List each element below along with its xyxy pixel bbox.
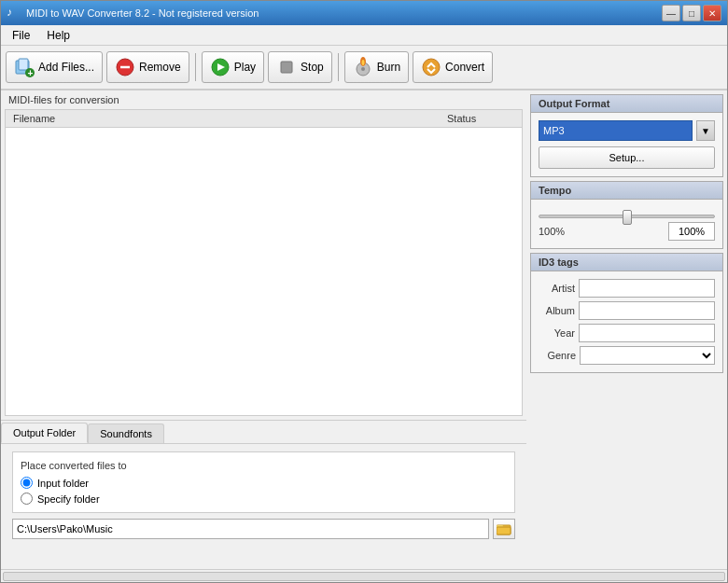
- svg-point-10: [361, 67, 365, 71]
- place-label: Place converted files to: [21, 460, 507, 471]
- bottom-scrollbar-track[interactable]: [3, 572, 725, 581]
- format-dropdown-arrow[interactable]: ▼: [696, 120, 715, 141]
- add-files-label: Add Files...: [38, 61, 94, 74]
- add-files-icon: +: [14, 57, 35, 77]
- menu-file[interactable]: File: [5, 27, 37, 44]
- menu-help[interactable]: Help: [39, 27, 77, 44]
- title-buttons: — □ ✕: [662, 5, 721, 21]
- convert-icon: [421, 57, 441, 77]
- id3-genre-select[interactable]: Blues Classical Country Jazz Pop Rock: [580, 346, 715, 365]
- tempo-values: 100%: [539, 222, 715, 241]
- tempo-group: Tempo 100%: [530, 181, 723, 249]
- stop-icon: [276, 57, 297, 77]
- title-bar: ♪ MIDI to WAV Converter 8.2 - Not regist…: [1, 1, 727, 25]
- play-label: Play: [234, 61, 256, 74]
- title-bar-left: ♪ MIDI to WAV Converter 8.2 - Not regist…: [7, 6, 259, 21]
- svg-text:+: +: [28, 68, 34, 77]
- tempo-content: 100%: [531, 200, 722, 248]
- stop-label: Stop: [301, 61, 324, 74]
- maximize-button[interactable]: □: [682, 5, 701, 21]
- id3-artist-label: Artist: [539, 283, 575, 294]
- right-panel: Output Format MP3 WAV OGG FLAC ▼ Setup..…: [526, 90, 727, 569]
- tabs-header: Output Folder Soundfonts: [1, 421, 526, 444]
- id3-year-row: Year: [539, 324, 715, 342]
- tab-output-folder[interactable]: Output Folder: [1, 423, 88, 443]
- tempo-right-input[interactable]: [668, 222, 715, 241]
- play-icon: [210, 57, 231, 77]
- id3-tags-title: ID3 tags: [531, 254, 722, 271]
- svg-rect-8: [281, 62, 292, 73]
- content-area: MIDI-files for conversion Filename Statu…: [1, 90, 727, 569]
- tab-output-folder-content: Place converted files to Input folder Sp…: [1, 444, 526, 569]
- format-dropdown-row: MP3 WAV OGG FLAC ▼: [539, 120, 715, 141]
- output-format-title: Output Format: [531, 95, 722, 113]
- close-button[interactable]: ✕: [703, 5, 721, 21]
- window-title: MIDI to WAV Converter 8.2 - Not register…: [26, 7, 259, 19]
- output-format-content: MP3 WAV OGG FLAC ▼ Setup...: [531, 113, 722, 176]
- folder-input-row: [12, 519, 515, 539]
- file-list-header: Filename Status: [6, 110, 522, 128]
- tempo-slider-track[interactable]: [539, 215, 715, 218]
- burn-icon: [353, 57, 373, 77]
- svg-rect-1: [19, 59, 28, 70]
- radio-group: Input folder Specify folder: [21, 477, 507, 505]
- burn-button[interactable]: Burn: [344, 51, 409, 83]
- files-section-label: MIDI-files for conversion: [1, 90, 526, 109]
- id3-album-label: Album: [539, 305, 575, 316]
- convert-button[interactable]: Convert: [413, 51, 493, 83]
- left-panel: MIDI-files for conversion Filename Statu…: [1, 90, 526, 569]
- output-format-group: Output Format MP3 WAV OGG FLAC ▼ Setup..…: [530, 94, 723, 177]
- id3-genre-row: Genre Blues Classical Country Jazz Pop R…: [539, 346, 715, 365]
- id3-artist-row: Artist: [539, 279, 715, 298]
- minimize-button[interactable]: —: [662, 5, 680, 21]
- tempo-left-value: 100%: [539, 226, 565, 237]
- file-list[interactable]: Filename Status: [5, 109, 523, 416]
- svg-rect-16: [497, 527, 511, 534]
- browse-folder-button[interactable]: [493, 519, 515, 539]
- convert-label: Convert: [445, 61, 484, 74]
- menu-bar: File Help: [1, 25, 727, 46]
- bottom-scrollbar-area: [1, 569, 727, 582]
- id3-tags-group: ID3 tags Artist Album Year: [530, 253, 723, 373]
- bottom-tabs-area: Output Folder Soundfonts Place converted…: [1, 420, 526, 569]
- tempo-title: Tempo: [531, 182, 722, 200]
- separator-1: [195, 53, 196, 81]
- radio-input-folder[interactable]: Input folder: [21, 477, 507, 489]
- col-filename: Filename: [9, 112, 443, 125]
- add-files-button[interactable]: + Add Files...: [6, 51, 103, 83]
- radio-input-folder-label: Input folder: [37, 478, 89, 489]
- folder-browse-icon: [497, 522, 511, 535]
- toolbar: + Add Files... Remove Play: [1, 46, 727, 90]
- id3-tags-content: Artist Album Year Genre: [531, 271, 722, 372]
- radio-specify-folder-input[interactable]: [21, 493, 33, 505]
- id3-artist-input[interactable]: [579, 279, 715, 298]
- remove-label: Remove: [139, 61, 181, 74]
- radio-specify-folder[interactable]: Specify folder: [21, 493, 507, 505]
- stop-button[interactable]: Stop: [268, 51, 332, 83]
- tempo-slider-container: [539, 215, 715, 218]
- separator-2: [338, 53, 339, 81]
- output-folder-options: Place converted files to Input folder Sp…: [12, 451, 515, 513]
- folder-path-input[interactable]: [12, 519, 489, 539]
- id3-year-input[interactable]: [579, 324, 715, 342]
- col-status: Status: [443, 112, 518, 125]
- radio-specify-folder-label: Specify folder: [37, 493, 100, 505]
- main-window: ♪ MIDI to WAV Converter 8.2 - Not regist…: [0, 0, 728, 583]
- remove-button[interactable]: Remove: [106, 51, 189, 83]
- id3-year-label: Year: [539, 327, 575, 339]
- play-button[interactable]: Play: [202, 51, 264, 83]
- radio-input-folder-input[interactable]: [21, 477, 33, 489]
- id3-album-input[interactable]: [579, 301, 715, 320]
- tab-soundfonts[interactable]: Soundfonts: [88, 423, 164, 443]
- tempo-slider-thumb[interactable]: [623, 210, 632, 225]
- format-select[interactable]: MP3 WAV OGG FLAC: [539, 120, 693, 141]
- burn-label: Burn: [377, 61, 400, 74]
- setup-button[interactable]: Setup...: [539, 146, 715, 169]
- id3-album-row: Album: [539, 301, 715, 320]
- remove-icon: [115, 57, 135, 77]
- app-icon: ♪: [7, 6, 21, 21]
- svg-point-12: [361, 60, 364, 65]
- id3-genre-label: Genre: [539, 350, 576, 361]
